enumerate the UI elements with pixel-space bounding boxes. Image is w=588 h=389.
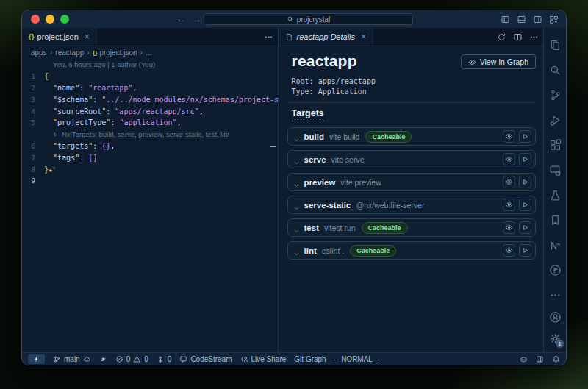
breadcrumb-item[interactable]: reactapp (55, 49, 84, 57)
activity-account-icon[interactable] (544, 307, 566, 328)
target-card-serve-static[interactable]: serve-static@nx/web:file-server (287, 196, 537, 214)
run-target-button[interactable] (519, 244, 531, 257)
code-line[interactable]: 7 "tags": [] (22, 151, 278, 163)
breadcrumb-item[interactable]: apps (31, 49, 47, 57)
activity-pin-icon[interactable] (544, 257, 566, 282)
run-target-button[interactable] (519, 221, 531, 234)
view-target-button[interactable] (503, 176, 515, 188)
view-target-button[interactable] (503, 130, 515, 143)
view-target-button[interactable] (503, 244, 515, 257)
activity-search-icon[interactable] (544, 57, 566, 82)
status-copilot[interactable] (520, 355, 528, 363)
code-line[interactable]: 2 "name": "reactapp", (22, 82, 278, 94)
code-editor[interactable]: You, 6 hours ago | 1 author (You)1{2 "na… (22, 58, 278, 352)
target-card-preview[interactable]: previewvite preview (287, 173, 537, 191)
view-target-button[interactable] (503, 221, 515, 234)
chevron-down-icon[interactable] (293, 201, 300, 208)
line-number: 5 (22, 118, 44, 126)
activity-nx-console-icon[interactable] (544, 232, 566, 257)
code-line[interactable]: 8}★☆ (22, 163, 278, 175)
activity-more-icon[interactable] (544, 282, 566, 307)
status-text: Live Share (251, 355, 287, 363)
split-editor-icon[interactable] (513, 32, 523, 42)
target-card-test[interactable]: testvitest runCacheable (287, 218, 537, 237)
close-tab-icon[interactable]: × (361, 32, 366, 42)
more-icon[interactable] (264, 32, 273, 42)
line-number: 8 (22, 165, 44, 174)
status-git-graph[interactable]: Git Graph (294, 355, 326, 363)
command-center-search[interactable]: projcrystal (204, 13, 413, 25)
status-vim-mode[interactable]: -- NORMAL -- (334, 355, 379, 363)
forward-icon[interactable]: → (193, 14, 201, 24)
close-window-button[interactable] (31, 15, 40, 24)
more-icon[interactable] (529, 32, 539, 42)
layout-panel-bottom-icon[interactable] (517, 15, 526, 24)
refresh-icon[interactable] (497, 32, 506, 42)
run-target-button[interactable] (519, 199, 531, 211)
back-icon[interactable]: ← (176, 14, 185, 24)
columns-icon (536, 355, 544, 363)
status-codestream[interactable]: CodeStream (179, 355, 232, 363)
activity-remote-explorer-icon[interactable] (544, 157, 566, 182)
status-notifications[interactable] (552, 355, 560, 363)
close-tab-icon[interactable]: × (85, 32, 90, 42)
activity-testing-icon[interactable] (544, 182, 566, 207)
status-editor-columns[interactable] (536, 355, 544, 363)
code-line[interactable]: 5 "projectType": "application", (22, 117, 278, 129)
activity-run-debug-icon[interactable] (544, 107, 566, 132)
nx-codelens[interactable]: Nx Targets: build, serve, preview, serve… (22, 129, 278, 140)
chevron-down-icon[interactable] (293, 156, 300, 163)
activity-files-icon[interactable] (544, 32, 566, 57)
activity-source-control-icon[interactable] (544, 82, 566, 107)
status-ports[interactable]: 0 (157, 355, 172, 363)
json-file-icon: { } (29, 33, 34, 40)
left-tabbar: { } project.json × (22, 28, 278, 46)
view-in-graph-button[interactable]: View In Graph (461, 54, 536, 69)
run-target-button[interactable] (519, 130, 531, 143)
breadcrumb-item[interactable]: project.json (99, 49, 137, 57)
code-line[interactable]: 6 "targets": {}, (22, 140, 278, 152)
run-target-button[interactable] (519, 153, 531, 165)
status-live-share[interactable]: Live Share (240, 355, 287, 363)
breadcrumb[interactable]: apps›reactapp›{ }project.json›... (22, 46, 278, 58)
chevron-down-icon[interactable] (293, 224, 300, 231)
tab-label: reactapp Details (297, 32, 356, 41)
project-root: Root: apps/reactapp (292, 76, 537, 87)
target-card-serve[interactable]: servevite serve (287, 150, 537, 168)
minimize-window-button[interactable] (46, 15, 54, 24)
bell-icon (552, 355, 560, 363)
status-extension-bird[interactable] (99, 355, 107, 363)
error-icon (115, 355, 123, 363)
layout-sidebar-left-icon[interactable] (501, 15, 510, 24)
status-git-branch[interactable]: main (53, 355, 91, 363)
target-card-lint[interactable]: linteslint .Cacheable (287, 241, 537, 260)
activity-extensions-icon[interactable] (544, 132, 566, 157)
code-line[interactable]: 3 "$schema": "../../node_modules/nx/sche… (22, 93, 278, 105)
view-target-button[interactable] (503, 153, 515, 165)
layout-customize-icon[interactable] (549, 15, 559, 24)
code-line[interactable]: 9 (22, 175, 278, 187)
zoom-window-button[interactable] (60, 15, 69, 24)
titlebar: ← → projcrystal (22, 10, 566, 28)
project-details-panel: reactapp View In Graph Root: apps/reacta… (279, 46, 544, 352)
chevron-down-icon[interactable] (293, 179, 300, 185)
tab-reactapp-details[interactable]: reactapp Details × (279, 28, 374, 46)
tab-project-json[interactable]: { } project.json × (22, 28, 97, 46)
target-name: build (304, 132, 324, 141)
layout-sidebar-right-icon[interactable] (533, 15, 542, 24)
status-text: 0 (168, 355, 172, 363)
activity-bookmark-icon[interactable] (544, 207, 566, 232)
status-remote-indicator[interactable] (28, 354, 45, 364)
code-line[interactable]: 1{ (22, 71, 278, 82)
code-line[interactable]: 4 "sourceRoot": "apps/reactapp/src", (22, 105, 278, 117)
status-bar: main000CodeStreamLive ShareGit Graph-- N… (22, 352, 566, 365)
status-problems[interactable]: 00 (115, 355, 148, 363)
view-target-button[interactable] (503, 199, 515, 211)
targets-heading: Targets (292, 108, 324, 121)
activity-settings-gear-icon[interactable]: 1 (544, 328, 566, 349)
chevron-down-icon[interactable] (293, 247, 300, 254)
run-target-button[interactable] (519, 176, 531, 188)
target-card-build[interactable]: buildvite buildCacheable (287, 127, 537, 146)
breadcrumb-item[interactable]: ... (146, 49, 151, 57)
chevron-down-icon[interactable] (293, 133, 300, 140)
